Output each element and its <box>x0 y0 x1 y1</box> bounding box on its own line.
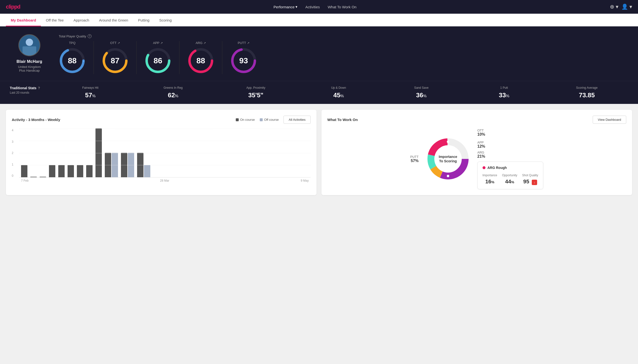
activity-card-header: Activity - 3 Months - Weekly On course O… <box>12 116 311 124</box>
x-label-feb: 7 Feb <box>21 179 29 182</box>
bar-group-2 <box>30 177 37 177</box>
legend-on-course: On course <box>236 118 255 122</box>
bar-on-5 <box>58 165 65 177</box>
hero-section: Blair McHarg United Kingdom Plus Handica… <box>0 26 638 81</box>
bar-on-3 <box>40 177 46 177</box>
bar-on-8 <box>86 165 93 177</box>
tab-putting[interactable]: Putting <box>133 14 154 26</box>
app-logo[interactable]: clippd <box>6 4 20 10</box>
y-label-4: 4 <box>12 128 14 132</box>
ring-putt-container: 93 <box>230 47 257 74</box>
bar-group-8 <box>86 165 93 177</box>
nav-right: ⊕ ▾ 👤 ▾ <box>610 4 632 10</box>
detail-shot-quality: Shot Quality 95 ↓ <box>522 174 538 185</box>
ring-app-container: 86 <box>144 47 171 74</box>
stat-scoring-average: Scoring Average 73.85 <box>545 86 628 99</box>
detail-metrics: Importance 16% Opportunity 44% <box>483 174 538 185</box>
ring-tpq-container: 88 <box>59 47 86 74</box>
avatar <box>18 34 40 56</box>
ott-trend: ↗ <box>118 41 120 45</box>
activity-card-title: Activity - 3 Months - Weekly <box>12 118 60 122</box>
player-country: United Kingdom <box>18 65 41 69</box>
stat-greens-in-reg: Greens In Reg 62% <box>132 86 215 99</box>
tab-off-the-tee[interactable]: Off the Tee <box>41 14 69 26</box>
add-button[interactable]: ⊕ ▾ <box>610 4 618 10</box>
nav-what-to-work-on[interactable]: What To Work On <box>328 5 356 9</box>
bar-group-6 <box>68 165 74 177</box>
bar-group-5 <box>58 165 65 177</box>
detail-opportunity: Opportunity 44% <box>502 174 517 185</box>
ring-arg-value: 88 <box>196 56 205 65</box>
ring-arg-container: 88 <box>187 47 214 74</box>
stat-fairways-hit: Fairways Hit 57% <box>49 86 132 99</box>
nav-performance[interactable]: Performance ▾ <box>274 5 297 9</box>
donut-label-app: APP 12% <box>477 140 543 149</box>
stat-sand-save: Sand Save 36% <box>380 86 463 99</box>
stat-up-and-down: Up & Down 45% <box>297 86 380 99</box>
ring-ott: OTT ↗ 87 <box>94 41 137 74</box>
nav-activities[interactable]: Activities <box>305 5 320 9</box>
player-handicap: Plus Handicap <box>19 69 40 72</box>
x-label-mar: 28 Mar <box>160 179 169 182</box>
donut-left-labels: PUTT 57% <box>410 155 419 163</box>
stats-section: Total Player Quality ? TPQ 88 <box>59 34 628 74</box>
bar-on-1 <box>21 165 28 177</box>
donut-center-text: Importance To Scoring <box>439 154 457 163</box>
putt-trend: ↗ <box>247 41 250 45</box>
workon-card-header: What To Work On View Dashboard <box>327 116 626 124</box>
donut-section: PUTT 57% <box>327 128 626 189</box>
stat-1-putt: 1 Putt 33% <box>463 86 545 99</box>
x-label-may: 9 May <box>301 179 309 182</box>
svg-point-21 <box>447 175 449 177</box>
bar-on-4 <box>49 165 55 177</box>
tab-my-dashboard[interactable]: My Dashboard <box>6 14 41 26</box>
gridline-4 <box>19 128 311 129</box>
nav-links: Performance ▾ Activities What To Work On <box>274 5 356 9</box>
tab-around-the-green[interactable]: Around the Green <box>94 14 133 26</box>
on-course-dot <box>236 118 239 121</box>
donut-chart: Importance To Scoring <box>423 134 473 183</box>
traditional-stats: Traditional Stats ? Last 20 rounds Fairw… <box>0 81 638 104</box>
y-label-2: 2 <box>12 151 14 155</box>
trad-stats-label: Traditional Stats ? Last 20 rounds <box>10 86 49 94</box>
chevron-down-icon: ▾ <box>296 5 297 9</box>
trad-help-icon[interactable]: ? <box>38 86 40 90</box>
user-menu-button[interactable]: 👤 ▾ <box>621 4 632 10</box>
help-icon[interactable]: ? <box>88 34 92 38</box>
detail-card: ARG Rough Importance 16% Opportunity <box>477 162 543 189</box>
donut-label-putt: PUTT 57% <box>410 155 419 163</box>
shot-quality-badge: ↓ <box>532 180 537 185</box>
donut-right-labels: OTT 10% APP 12% ARG 21% <box>477 128 543 159</box>
ring-tpq: TPQ 88 <box>59 41 94 74</box>
trad-items: Fairways Hit 57% Greens In Reg 62% App. … <box>49 86 628 99</box>
tab-approach[interactable]: Approach <box>69 14 94 26</box>
bar-off-12 <box>144 165 150 177</box>
bottom-section: Activity - 3 Months - Weekly On course O… <box>0 104 638 201</box>
ring-ott-value: 87 <box>111 56 119 65</box>
bar-group-7 <box>77 165 83 177</box>
chart-legend: On course Off course <box>236 118 279 122</box>
y-label-1: 1 <box>12 163 14 166</box>
detail-card-dot <box>483 166 486 169</box>
activity-card: Activity - 3 Months - Weekly On course O… <box>6 110 317 195</box>
app-trend: ↗ <box>160 41 163 45</box>
off-course-dot <box>260 118 263 121</box>
view-dashboard-button[interactable]: View Dashboard <box>593 116 626 124</box>
detail-importance: Importance 16% <box>483 174 497 185</box>
ring-putt: PUTT ↗ 93 <box>222 41 265 74</box>
workon-card: What To Work On View Dashboard PUTT 57% <box>321 110 632 195</box>
donut-right-section: OTT 10% APP 12% ARG 21% <box>477 128 543 189</box>
arg-trend: ↗ <box>203 41 206 45</box>
score-rings: TPQ 88 OTT ↗ <box>59 41 628 74</box>
legend-off-course: Off course <box>260 118 279 122</box>
all-activities-button[interactable]: All Activities <box>284 116 311 124</box>
svg-rect-3 <box>23 46 36 56</box>
tab-scoring[interactable]: Scoring <box>154 14 176 26</box>
bar-on-7 <box>77 165 83 177</box>
bar-on-6 <box>68 165 74 177</box>
ring-putt-value: 93 <box>239 56 248 65</box>
ring-app: APP ↗ 86 <box>137 41 179 74</box>
player-name: Blair McHarg <box>17 59 42 64</box>
y-label-0: 0 <box>12 174 14 178</box>
donut-label-arg: ARG 21% <box>477 150 543 159</box>
